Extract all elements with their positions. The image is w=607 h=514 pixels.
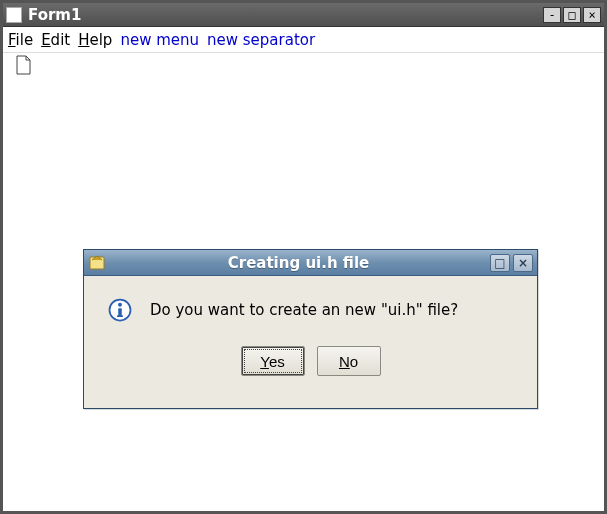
dialog-message: Do you want to create an new "ui.h" file… <box>150 301 458 319</box>
maximize-button[interactable]: □ <box>563 7 581 23</box>
svg-rect-4 <box>117 315 123 317</box>
close-button[interactable]: × <box>583 7 601 23</box>
no-button[interactable]: No <box>317 346 381 376</box>
main-titlebar: Form1 - □ × <box>3 3 604 27</box>
menu-file[interactable]: File <box>8 31 33 49</box>
dialog-titlebar: Creating ui.h file □ × <box>84 250 537 276</box>
info-icon <box>106 296 134 324</box>
app-icon <box>6 7 22 23</box>
dialog-title: Creating ui.h file <box>110 254 487 272</box>
dialog-close-button[interactable]: × <box>513 254 533 272</box>
yes-button[interactable]: Yes <box>241 346 305 376</box>
menubar: File Edit Help new menu new separator <box>3 27 604 53</box>
menu-file-rest: ile <box>16 31 34 49</box>
svg-point-2 <box>118 303 122 307</box>
menu-action-new-separator[interactable]: new separator <box>207 31 315 49</box>
menu-help[interactable]: Help <box>78 31 112 49</box>
yes-rest: es <box>269 353 285 370</box>
dialog-create-file: Creating ui.h file □ × Do you want to cr… <box>83 249 538 409</box>
menu-edit-rest: dit <box>51 31 71 49</box>
menu-help-rest: elp <box>89 31 112 49</box>
dialog-maximize-button[interactable]: □ <box>490 254 510 272</box>
svg-rect-3 <box>118 308 122 316</box>
main-window-title: Form1 <box>28 6 541 24</box>
dialog-button-row: Yes No <box>106 346 515 376</box>
dialog-app-icon <box>88 254 106 272</box>
menu-edit[interactable]: Edit <box>41 31 70 49</box>
document-icon[interactable] <box>15 55 33 75</box>
minimize-button[interactable]: - <box>543 7 561 23</box>
menu-action-new-menu[interactable]: new menu <box>120 31 199 49</box>
no-rest: o <box>350 353 358 370</box>
dialog-body: Do you want to create an new "ui.h" file… <box>84 276 537 386</box>
